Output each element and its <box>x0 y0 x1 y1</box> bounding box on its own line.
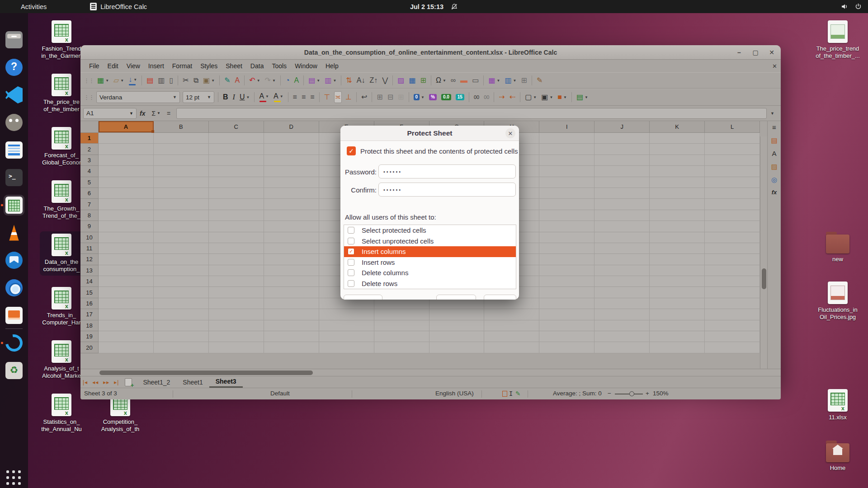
column-header-L[interactable]: L <box>705 121 760 133</box>
styles-deck-icon[interactable]: A <box>772 150 776 157</box>
system-status-area[interactable] <box>841 3 862 10</box>
desktop-icon[interactable]: The_Growth_Trend_of_the_ <box>40 178 83 222</box>
grid-cell-B17[interactable] <box>154 309 209 320</box>
last-sheet-button[interactable]: ▸| <box>114 379 119 385</box>
column-header-C[interactable]: C <box>209 121 264 133</box>
grid-cell-B5[interactable] <box>154 177 209 188</box>
align-left-button[interactable]: ≡ <box>292 91 298 103</box>
grid-cell-K17[interactable] <box>650 309 705 320</box>
maximize-button[interactable]: ▢ <box>751 49 760 56</box>
freeze-panes-button[interactable]: ▦▼ <box>487 75 501 86</box>
dock-item-terminal[interactable] <box>4 167 24 188</box>
grid-cell-H17[interactable] <box>484 309 539 320</box>
grid-cell-I2[interactable] <box>539 144 594 155</box>
grid-cell-L8[interactable] <box>705 210 760 221</box>
grid-cell-K18[interactable] <box>650 320 705 331</box>
desktop-icon[interactable]: Fluctuations_inOil_Prices.jpg <box>816 279 859 324</box>
grid-cell-L12[interactable] <box>705 254 760 265</box>
grid-cell-I9[interactable] <box>539 221 594 232</box>
grid-cell-I20[interactable] <box>539 342 594 353</box>
menu-help[interactable]: Help <box>321 61 343 71</box>
undo-button[interactable]: ↶▼ <box>248 75 261 86</box>
font-color-button[interactable]: A▼ <box>258 91 270 103</box>
grid-cell-D4[interactable] <box>264 166 319 177</box>
borders-button[interactable]: ▢▼ <box>524 91 538 103</box>
menu-tools[interactable]: Tools <box>268 61 291 71</box>
grid-cell-I19[interactable] <box>539 331 594 342</box>
function-wizard-icon[interactable]: fx <box>140 110 145 117</box>
grid-cell-A14[interactable] <box>99 276 154 287</box>
row-header-12[interactable]: 12 <box>80 254 99 265</box>
zoom-slider[interactable] <box>615 394 643 394</box>
grid-cell-I1[interactable] <box>539 133 594 144</box>
grid-cell-K15[interactable] <box>650 287 705 298</box>
align-top-button[interactable]: ⊤ <box>323 91 331 103</box>
grid-cell-C10[interactable] <box>209 232 264 243</box>
grid-cell-A15[interactable] <box>99 287 154 298</box>
grid-cell-D13[interactable] <box>264 265 319 276</box>
column-header-J[interactable]: J <box>594 121 650 133</box>
protect-sheet-checkbox[interactable]: ✓ <box>347 146 356 155</box>
desktop-icon[interactable]: Fashion_Trendin_the_Garmen <box>40 18 83 62</box>
grid-cell-A13[interactable] <box>99 265 154 276</box>
row-header-15[interactable]: 15 <box>80 287 99 298</box>
font-size-combo[interactable]: 12 pt ▼ <box>183 91 214 103</box>
print-preview-button[interactable]: ▯ <box>168 75 174 86</box>
autosum-icon[interactable]: Σ▼ <box>151 110 160 117</box>
grid-cell-L3[interactable] <box>705 155 760 166</box>
print-button[interactable]: ▥ <box>157 75 165 86</box>
grid-cell-D7[interactable] <box>264 199 319 210</box>
grid-cell-I16[interactable] <box>539 298 594 309</box>
grid-cell-C1[interactable] <box>209 133 264 144</box>
grid-cell-A3[interactable] <box>99 155 154 166</box>
grid-cell-B3[interactable] <box>154 155 209 166</box>
grid-cell-K14[interactable] <box>650 276 705 287</box>
format-currency-button[interactable]: 0▼ <box>413 91 425 103</box>
grid-cell-B9[interactable] <box>154 221 209 232</box>
grid-cell-K2[interactable] <box>650 144 705 155</box>
grid-cell-D1[interactable] <box>264 133 319 144</box>
grid-cell-J20[interactable] <box>594 342 650 353</box>
selection-statistics[interactable]: Average: ; Sum: 0 <box>553 390 602 397</box>
desktop-icon[interactable]: The_price_trendof_the_timber_... <box>816 18 859 62</box>
grid-cell-G18[interactable] <box>429 320 485 331</box>
merge-cells-button[interactable]: ⊟ <box>387 91 394 103</box>
grid-cell-A16[interactable] <box>99 298 154 309</box>
align-right-button[interactable]: ≡ <box>309 91 315 103</box>
clock[interactable]: Jul 2 15:13 <box>410 3 458 10</box>
copy-button[interactable]: ⧉ <box>193 75 199 86</box>
unmerge-cells-button[interactable]: ⊞ <box>397 91 405 103</box>
headers-footers-button[interactable]: ▭ <box>471 75 480 86</box>
formula-input[interactable] <box>176 108 767 119</box>
sheet-tab-sheet1[interactable]: Sheet1 <box>176 377 209 387</box>
grid-cell-K19[interactable] <box>650 331 705 342</box>
row-header-19[interactable]: 19 <box>80 331 99 342</box>
horizontal-scrollbar[interactable] <box>80 369 781 376</box>
grid-cell-L20[interactable] <box>705 342 760 353</box>
row-header-11[interactable]: 11 <box>80 243 99 254</box>
confirm-input[interactable]: •••••• <box>378 183 516 197</box>
grid-cell-D14[interactable] <box>264 276 319 287</box>
option-select-unprotected-cells[interactable]: Select unprotected cells <box>344 236 516 247</box>
name-box[interactable]: A1 ▼ <box>83 108 137 119</box>
grid-cell-I15[interactable] <box>539 287 594 298</box>
grid-cell-B13[interactable] <box>154 265 209 276</box>
vertical-scrollbar[interactable] <box>760 136 767 369</box>
grid-cell-C18[interactable] <box>209 320 264 331</box>
grid-cell-B7[interactable] <box>154 199 209 210</box>
grid-cell-D2[interactable] <box>264 144 319 155</box>
option-checkbox[interactable]: ✓ <box>348 248 354 255</box>
grid-cell-D18[interactable] <box>264 320 319 331</box>
grid-cell-A9[interactable] <box>99 221 154 232</box>
grid-cell-B15[interactable] <box>154 287 209 298</box>
desktop-icon[interactable]: Forecast_of_Global_Econor <box>40 125 83 169</box>
grid-cell-D19[interactable] <box>264 331 319 342</box>
grid-cell-C7[interactable] <box>209 199 264 210</box>
bold-button[interactable]: B <box>222 91 229 103</box>
grid-cell-C20[interactable] <box>209 342 264 353</box>
menu-styles[interactable]: Styles <box>196 61 222 71</box>
grid-cell-G17[interactable] <box>429 309 485 320</box>
export-pdf-button[interactable]: ▤ <box>146 75 154 86</box>
sort-ascending-button[interactable]: A↓ <box>356 75 366 86</box>
font-name-combo[interactable]: Verdana ▼ <box>96 91 180 103</box>
